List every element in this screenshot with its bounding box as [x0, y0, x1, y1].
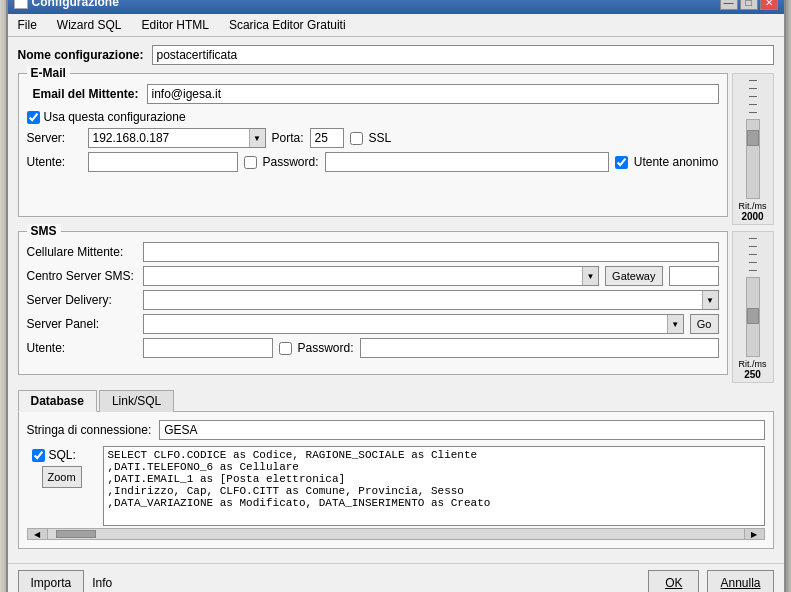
utente-sms-label: Utente:	[27, 341, 137, 355]
title-bar: Configurazione — □ ✕	[8, 0, 784, 14]
cellulare-label: Cellulare Mittente:	[27, 245, 137, 259]
email-rit-value: 2000	[741, 211, 763, 222]
cellulare-row: Cellulare Mittente:	[27, 242, 719, 262]
tick2	[749, 88, 757, 89]
h-scroll-track[interactable]	[48, 529, 744, 539]
utente-anonimo-label: Utente anonimo	[634, 155, 719, 169]
utente-input[interactable]	[88, 152, 238, 172]
panel-arrow[interactable]: ▼	[667, 315, 683, 333]
h-scroll-thumb[interactable]	[56, 530, 96, 538]
password-checkbox[interactable]	[244, 156, 257, 169]
email-mittente-input[interactable]	[147, 84, 719, 104]
server-row: Server: ▼ Porta: SSL	[27, 128, 719, 148]
sql-textarea[interactable]: SELECT CLFO.CODICE as Codice, RAGIONE_SO…	[103, 446, 765, 526]
sms-tick4	[749, 262, 757, 263]
sql-check-row: SQL:	[32, 446, 92, 462]
centro-sms-row: Centro Server SMS: ▼ Gateway	[27, 266, 719, 286]
bottom-bar: Importa Info OK Annulla	[8, 563, 784, 592]
menu-scarica-editor[interactable]: Scarica Editor Gratuiti	[223, 16, 352, 34]
stringa-label: Stringa di connessione:	[27, 423, 160, 437]
utente-anonimo-checkbox[interactable]	[615, 156, 628, 169]
h-scroll-left[interactable]: ◀	[28, 529, 48, 539]
sms-slider-thumb[interactable]	[747, 308, 759, 324]
centro-sms-label: Centro Server SMS:	[27, 269, 137, 283]
menu-file[interactable]: File	[12, 16, 43, 34]
delivery-input[interactable]	[144, 291, 702, 309]
email-slider-thumb[interactable]	[747, 130, 759, 146]
window-icon	[14, 0, 28, 9]
h-scroll-right[interactable]: ▶	[744, 529, 764, 539]
tick3	[749, 96, 757, 97]
sms-password-label: Password:	[298, 341, 354, 355]
maximize-btn[interactable]: □	[740, 0, 758, 10]
utente-sms-input[interactable]	[143, 338, 273, 358]
password-input[interactable]	[325, 152, 609, 172]
server-combo-arrow[interactable]: ▼	[249, 129, 265, 147]
sql-row: SQL: Zoom SELECT CLFO.CODICE as Codice, …	[27, 446, 765, 526]
sms-section: SMS Cellulare Mittente: Centro Server SM…	[18, 231, 728, 375]
importa-button[interactable]: Importa	[18, 570, 85, 592]
ssl-checkbox[interactable]	[350, 132, 363, 145]
email-mittente-label: Email del Mittente:	[27, 87, 147, 101]
menu-wizard-sql[interactable]: Wizard SQL	[51, 16, 128, 34]
sms-tick2	[749, 246, 757, 247]
nome-config-label: Nome configurazione:	[18, 48, 152, 62]
sms-tick3	[749, 254, 757, 255]
centro-sms-input[interactable]	[144, 267, 583, 285]
sms-rit-label: Rit./ms	[739, 359, 767, 369]
close-btn[interactable]: ✕	[760, 0, 778, 10]
ok-button[interactable]: OK	[648, 570, 699, 592]
sql-textarea-wrapper: SELECT CLFO.CODICE as Codice, RAGIONE_SO…	[103, 446, 765, 526]
nome-config-row: Nome configurazione:	[18, 45, 774, 65]
utente-sms-row: Utente: Password:	[27, 338, 719, 358]
minimize-btn[interactable]: —	[720, 0, 738, 10]
panel-combo: ▼	[143, 314, 684, 334]
porta-input[interactable]	[310, 128, 344, 148]
tab-database[interactable]: Database	[18, 390, 97, 412]
server-input[interactable]	[89, 129, 249, 147]
annulla-button[interactable]: Annulla	[707, 570, 773, 592]
main-content: Nome configurazione: E-Mail Email del Mi…	[8, 37, 784, 563]
menubar: File Wizard SQL Editor HTML Scarica Edit…	[8, 14, 784, 37]
centro-sms-combo: ▼	[143, 266, 600, 286]
panel-row: Server Panel: ▼ Go	[27, 314, 719, 334]
usa-config-checkbox[interactable]	[27, 111, 40, 124]
nome-config-input[interactable]	[152, 45, 774, 65]
tabs-container: Database Link/SQL Stringa di connessione…	[18, 389, 774, 549]
sms-slider: Rit./ms 250	[732, 231, 774, 383]
usa-config-row: Usa questa configurazione	[27, 110, 719, 124]
porta-label: Porta:	[272, 131, 304, 145]
go-button[interactable]: Go	[690, 314, 719, 334]
zoom-button[interactable]: Zoom	[42, 466, 82, 488]
tab-bar: Database Link/SQL	[18, 389, 774, 412]
delivery-arrow[interactable]: ▼	[702, 291, 718, 309]
server-label: Server:	[27, 131, 82, 145]
gateway-button[interactable]: Gateway	[605, 266, 662, 286]
cellulare-input[interactable]	[143, 242, 719, 262]
tab-link-sql[interactable]: Link/SQL	[99, 390, 174, 412]
title-bar-left: Configurazione	[14, 0, 119, 9]
email-section-wrapper: E-Mail Email del Mittente: Usa questa co…	[18, 73, 774, 225]
server-combo: ▼	[88, 128, 266, 148]
sms-rit-value: 250	[744, 369, 761, 380]
email-slider-track[interactable]	[746, 119, 760, 199]
sms-password-checkbox[interactable]	[279, 342, 292, 355]
sql-left: SQL: Zoom	[27, 446, 97, 488]
sms-section-inner: Cellulare Mittente: Centro Server SMS: ▼…	[27, 238, 719, 358]
utente-row: Utente: Password: Utente anonimo	[27, 152, 719, 172]
stringa-input[interactable]	[159, 420, 764, 440]
menu-editor-html[interactable]: Editor HTML	[136, 16, 215, 34]
gateway-input[interactable]	[669, 266, 719, 286]
sql-checkbox[interactable]	[32, 449, 45, 462]
sms-section-title: SMS	[27, 224, 61, 238]
sms-slider-track[interactable]	[746, 277, 760, 357]
sms-tick5	[749, 270, 757, 271]
tick5	[749, 112, 757, 113]
tick1	[749, 80, 757, 81]
sql-label: SQL:	[49, 448, 76, 462]
tab-database-content: Stringa di connessione: SQL: Zoom SELECT…	[18, 412, 774, 549]
sms-password-input[interactable]	[360, 338, 719, 358]
centro-sms-arrow[interactable]: ▼	[582, 267, 598, 285]
panel-input[interactable]	[144, 315, 667, 333]
h-scrollbar[interactable]: ◀ ▶	[27, 528, 765, 540]
